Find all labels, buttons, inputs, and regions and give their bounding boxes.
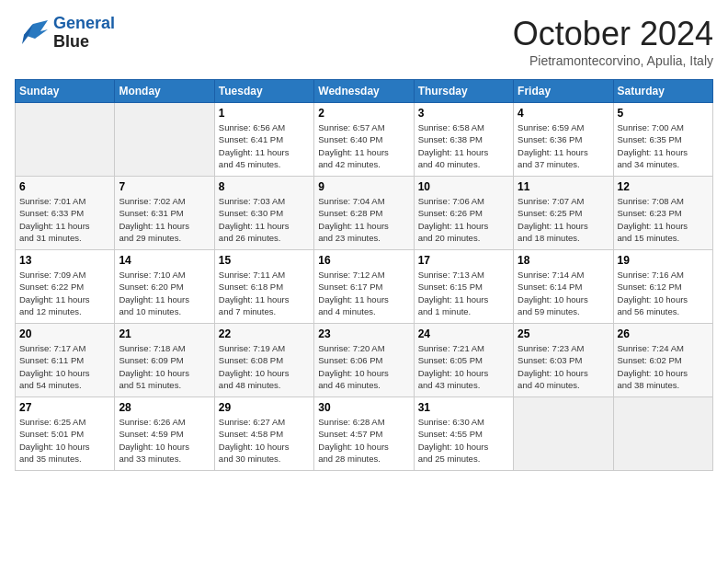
weekday-header-thursday: Thursday [414,80,513,103]
day-number: 4 [518,107,609,120]
day-info: Sunrise: 7:16 AM Sunset: 6:12 PM Dayligh… [618,269,709,317]
calendar-cell: 2Sunrise: 6:57 AM Sunset: 6:40 PM Daylig… [314,103,414,177]
day-info: Sunrise: 7:23 AM Sunset: 6:03 PM Dayligh… [518,342,609,391]
week-row-5: 27Sunrise: 6:25 AM Sunset: 5:01 PM Dayli… [16,397,713,471]
calendar-cell: 5Sunrise: 7:00 AM Sunset: 6:35 PM Daylig… [613,103,712,177]
day-number: 28 [119,401,210,414]
calendar-cell: 21Sunrise: 7:18 AM Sunset: 6:09 PM Dayli… [115,324,214,397]
day-number: 6 [19,180,110,193]
week-row-2: 6Sunrise: 7:01 AM Sunset: 6:33 PM Daylig… [16,177,713,250]
weekday-header-wednesday: Wednesday [314,80,414,103]
calendar-cell: 12Sunrise: 7:08 AM Sunset: 6:23 PM Dayli… [613,177,712,250]
day-number: 17 [418,254,509,267]
calendar-cell: 20Sunrise: 7:17 AM Sunset: 6:11 PM Dayli… [16,324,115,397]
day-info: Sunrise: 7:00 AM Sunset: 6:35 PM Dayligh… [618,121,709,170]
day-info: Sunrise: 6:28 AM Sunset: 4:57 PM Dayligh… [318,416,409,465]
weekday-header-friday: Friday [514,80,613,103]
title-block: October 2024 Pietramontecorvino, Apulia,… [513,15,713,68]
day-info: Sunrise: 7:12 AM Sunset: 6:17 PM Dayligh… [318,269,409,317]
calendar-cell: 9Sunrise: 7:04 AM Sunset: 6:28 PM Daylig… [314,177,414,250]
weekday-header-saturday: Saturday [613,80,712,103]
weekday-header-monday: Monday [115,80,214,103]
day-info: Sunrise: 6:30 AM Sunset: 4:55 PM Dayligh… [418,416,509,465]
day-number: 8 [219,180,310,193]
logo-line1: General [53,14,115,32]
day-info: Sunrise: 7:08 AM Sunset: 6:23 PM Dayligh… [618,195,709,244]
day-number: 20 [19,327,110,340]
calendar-cell: 22Sunrise: 7:19 AM Sunset: 6:08 PM Dayli… [214,324,313,397]
day-number: 5 [618,107,709,120]
calendar-cell: 29Sunrise: 6:27 AM Sunset: 4:58 PM Dayli… [214,397,313,471]
day-number: 22 [219,327,310,340]
day-info: Sunrise: 7:21 AM Sunset: 6:05 PM Dayligh… [418,342,509,391]
day-number: 9 [318,180,409,193]
calendar-cell: 15Sunrise: 7:11 AM Sunset: 6:18 PM Dayli… [214,250,313,324]
logo-icon [15,17,48,50]
day-number: 31 [418,401,509,414]
weekday-header-tuesday: Tuesday [214,80,313,103]
day-number: 7 [119,180,210,193]
day-info: Sunrise: 7:09 AM Sunset: 6:22 PM Dayligh… [19,269,110,317]
calendar-cell: 17Sunrise: 7:13 AM Sunset: 6:15 PM Dayli… [414,250,513,324]
day-number: 27 [19,401,110,414]
calendar-cell: 27Sunrise: 6:25 AM Sunset: 5:01 PM Dayli… [16,397,115,471]
calendar-cell: 11Sunrise: 7:07 AM Sunset: 6:25 PM Dayli… [514,177,613,250]
day-info: Sunrise: 7:24 AM Sunset: 6:02 PM Dayligh… [618,342,709,391]
day-info: Sunrise: 7:10 AM Sunset: 6:20 PM Dayligh… [119,269,210,317]
calendar-cell: 13Sunrise: 7:09 AM Sunset: 6:22 PM Dayli… [16,250,115,324]
day-number: 29 [219,401,310,414]
day-info: Sunrise: 7:04 AM Sunset: 6:28 PM Dayligh… [318,195,409,244]
day-number: 26 [618,327,709,340]
day-info: Sunrise: 7:03 AM Sunset: 6:30 PM Dayligh… [219,195,310,244]
day-info: Sunrise: 7:06 AM Sunset: 6:26 PM Dayligh… [418,195,509,244]
week-row-1: 1Sunrise: 6:56 AM Sunset: 6:41 PM Daylig… [16,103,713,177]
day-info: Sunrise: 6:56 AM Sunset: 6:41 PM Dayligh… [219,121,310,170]
calendar-cell: 1Sunrise: 6:56 AM Sunset: 6:41 PM Daylig… [214,103,313,177]
day-number: 24 [418,327,509,340]
calendar-cell: 24Sunrise: 7:21 AM Sunset: 6:05 PM Dayli… [414,324,513,397]
day-info: Sunrise: 6:58 AM Sunset: 6:38 PM Dayligh… [418,121,509,170]
calendar-header: SundayMondayTuesdayWednesdayThursdayFrid… [16,80,713,103]
calendar-body: 1Sunrise: 6:56 AM Sunset: 6:41 PM Daylig… [16,103,713,471]
weekday-header-row: SundayMondayTuesdayWednesdayThursdayFrid… [16,80,713,103]
day-number: 3 [418,107,509,120]
day-info: Sunrise: 6:25 AM Sunset: 5:01 PM Dayligh… [19,416,110,465]
day-info: Sunrise: 7:17 AM Sunset: 6:11 PM Dayligh… [19,342,110,391]
calendar-table: SundayMondayTuesdayWednesdayThursdayFrid… [15,79,713,471]
calendar-cell [613,397,712,471]
calendar-cell: 26Sunrise: 7:24 AM Sunset: 6:02 PM Dayli… [613,324,712,397]
day-number: 1 [219,107,310,120]
day-info: Sunrise: 7:11 AM Sunset: 6:18 PM Dayligh… [219,269,310,317]
calendar-cell: 4Sunrise: 6:59 AM Sunset: 6:36 PM Daylig… [514,103,613,177]
day-info: Sunrise: 6:26 AM Sunset: 4:59 PM Dayligh… [119,416,210,465]
day-info: Sunrise: 6:59 AM Sunset: 6:36 PM Dayligh… [518,121,609,170]
calendar-cell [514,397,613,471]
calendar-cell: 30Sunrise: 6:28 AM Sunset: 4:57 PM Dayli… [314,397,414,471]
page-header: General Blue October 2024 Pietramontecor… [15,15,713,68]
day-info: Sunrise: 7:20 AM Sunset: 6:06 PM Dayligh… [318,342,409,391]
day-info: Sunrise: 7:02 AM Sunset: 6:31 PM Dayligh… [119,195,210,244]
day-number: 25 [518,327,609,340]
calendar-cell: 10Sunrise: 7:06 AM Sunset: 6:26 PM Dayli… [414,177,513,250]
calendar-cell [16,103,115,177]
day-number: 15 [219,254,310,267]
week-row-4: 20Sunrise: 7:17 AM Sunset: 6:11 PM Dayli… [16,324,713,397]
calendar-cell: 8Sunrise: 7:03 AM Sunset: 6:30 PM Daylig… [214,177,313,250]
calendar-cell: 31Sunrise: 6:30 AM Sunset: 4:55 PM Dayli… [414,397,513,471]
logo: General Blue [15,15,115,52]
day-number: 11 [518,180,609,193]
day-info: Sunrise: 6:57 AM Sunset: 6:40 PM Dayligh… [318,121,409,170]
weekday-header-sunday: Sunday [16,80,115,103]
month-title: October 2024 [513,15,713,53]
calendar-cell: 28Sunrise: 6:26 AM Sunset: 4:59 PM Dayli… [115,397,214,471]
day-number: 30 [318,401,409,414]
day-info: Sunrise: 7:18 AM Sunset: 6:09 PM Dayligh… [119,342,210,391]
calendar-cell: 16Sunrise: 7:12 AM Sunset: 6:17 PM Dayli… [314,250,414,324]
calendar-cell: 7Sunrise: 7:02 AM Sunset: 6:31 PM Daylig… [115,177,214,250]
location-subtitle: Pietramontecorvino, Apulia, Italy [513,53,713,68]
day-number: 10 [418,180,509,193]
day-info: Sunrise: 7:19 AM Sunset: 6:08 PM Dayligh… [219,342,310,391]
calendar-cell: 3Sunrise: 6:58 AM Sunset: 6:38 PM Daylig… [414,103,513,177]
day-number: 12 [618,180,709,193]
day-number: 2 [318,107,409,120]
